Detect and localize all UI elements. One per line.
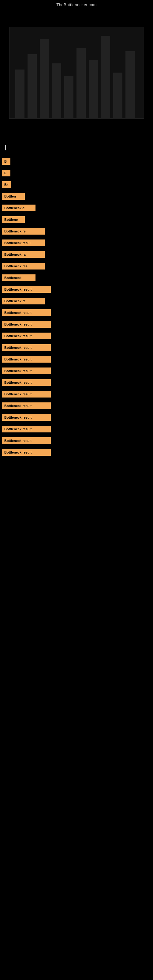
svg-rect-12 (113, 73, 123, 119)
chart-svg (0, 8, 153, 137)
site-title-text: TheBottlenecker.com (56, 2, 97, 7)
result-badge[interactable]: Bottleneck result (2, 438, 51, 444)
result-badge[interactable]: Bottlen (2, 193, 25, 200)
main-chart-area (0, 8, 153, 137)
result-badge[interactable]: Bottleneck result (2, 286, 51, 293)
list-item[interactable]: Bottleneck result (2, 321, 153, 328)
list-item[interactable]: Bottleneck result (2, 344, 153, 351)
list-item[interactable]: Bottleneck result (2, 379, 153, 386)
list-item[interactable]: Bottleneck result (2, 402, 153, 409)
svg-rect-9 (76, 48, 86, 119)
list-item[interactable]: Bottleneck result (2, 449, 153, 456)
result-badge[interactable]: Bottleneck result (2, 344, 51, 351)
svg-rect-4 (15, 70, 24, 119)
svg-rect-7 (52, 64, 61, 119)
result-badge[interactable]: Bottleneck re (2, 298, 45, 304)
svg-rect-5 (27, 54, 37, 119)
result-badge[interactable]: Bottleneck result (2, 391, 51, 398)
list-item[interactable]: Bottleneck d (2, 205, 153, 211)
result-badge[interactable]: E (2, 170, 10, 177)
list-item[interactable]: E (2, 170, 153, 177)
result-badge[interactable]: Bottleneck result (2, 402, 51, 409)
result-badge[interactable]: Bottleneck (2, 274, 35, 281)
list-item[interactable]: Bottleneck result (2, 414, 153, 421)
content-area: | BEB4BottlenBottleneck dBottleneBottlen… (0, 137, 153, 464)
list-item[interactable]: Bottleneck (2, 274, 153, 281)
list-item[interactable]: Bottleneck result (2, 426, 153, 433)
result-badge[interactable]: Bottleneck result (2, 309, 51, 316)
result-badge[interactable]: Bottleneck d (2, 205, 35, 211)
result-badge[interactable]: Bottleneck ra (2, 251, 45, 258)
list-item[interactable]: Bottlene (2, 216, 153, 223)
result-badge[interactable]: Bottleneck res (2, 263, 45, 269)
section-label-text: | (2, 142, 10, 153)
result-badge[interactable]: Bottleneck result (2, 449, 51, 456)
result-badge[interactable]: Bottleneck re (2, 228, 45, 235)
section-label: | (0, 142, 153, 153)
list-item[interactable]: Bottleneck result (2, 356, 153, 363)
svg-rect-10 (89, 60, 98, 119)
result-badge[interactable]: Bottleneck resul (2, 240, 45, 246)
svg-rect-11 (101, 36, 110, 119)
list-item[interactable]: Bottleneck result (2, 438, 153, 444)
result-badge[interactable]: Bottleneck result (2, 379, 51, 386)
list-item[interactable]: Bottleneck result (2, 332, 153, 339)
list-item[interactable]: Bottleneck re (2, 298, 153, 304)
results-list: BEB4BottlenBottleneck dBottleneBottlenec… (0, 155, 153, 464)
list-item[interactable]: Bottleneck re (2, 228, 153, 235)
result-badge[interactable]: Bottleneck result (2, 332, 51, 339)
result-badge[interactable]: Bottleneck result (2, 321, 51, 328)
list-item[interactable]: Bottlen (2, 193, 153, 200)
result-badge[interactable]: Bottlene (2, 216, 25, 223)
svg-rect-13 (126, 51, 135, 119)
result-badge[interactable]: B (2, 158, 10, 165)
result-badge[interactable]: B4 (2, 181, 11, 188)
list-item[interactable]: B (2, 158, 153, 165)
list-item[interactable]: Bottleneck ra (2, 251, 153, 258)
result-badge[interactable]: Bottleneck result (2, 368, 51, 374)
list-item[interactable]: Bottleneck result (2, 368, 153, 374)
list-item[interactable]: Bottleneck result (2, 391, 153, 398)
list-item[interactable]: Bottleneck result (2, 286, 153, 293)
list-item[interactable]: Bottleneck resul (2, 240, 153, 246)
list-item[interactable]: B4 (2, 181, 153, 188)
list-item[interactable]: Bottleneck result (2, 309, 153, 316)
site-title-bar: TheBottlenecker.com (0, 0, 153, 8)
svg-rect-6 (40, 39, 49, 119)
result-badge[interactable]: Bottleneck result (2, 414, 51, 421)
result-badge[interactable]: Bottleneck result (2, 426, 51, 433)
svg-rect-8 (64, 76, 73, 119)
page-wrapper: TheBottlenecker.com | (0, 0, 153, 464)
list-item[interactable]: Bottleneck res (2, 263, 153, 269)
result-badge[interactable]: Bottleneck result (2, 356, 51, 363)
